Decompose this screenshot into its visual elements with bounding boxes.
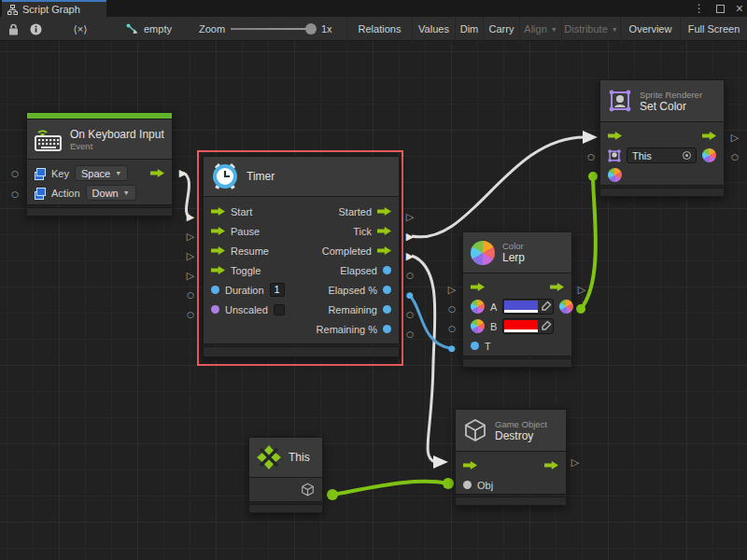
port-label-duration: Duration: [225, 285, 264, 296]
trigger-out-arrow: [150, 168, 164, 178]
port-lerp-b[interactable]: ○: [448, 325, 456, 333]
unscaled-checkbox[interactable]: [274, 304, 285, 315]
lock-button[interactable]: [4, 17, 22, 41]
trigger-in-arrow: [463, 460, 477, 470]
node-this[interactable]: This: [248, 437, 323, 513]
port-timer-remaining-pct[interactable]: ○: [406, 330, 414, 339]
values-button[interactable]: Values: [412, 17, 455, 41]
key-dropdown[interactable]: Space ▼: [75, 165, 128, 181]
window-menu-icon[interactable]: ⋮: [694, 2, 705, 15]
zoom-slider-handle[interactable]: [305, 23, 317, 35]
port-timer-resume[interactable]: ▷: [187, 251, 194, 261]
node-header: Sprite Renderer Set Color: [599, 79, 725, 122]
close-icon[interactable]: ×: [736, 1, 743, 16]
port-lerp-trigger-out[interactable]: ▷: [578, 285, 585, 295]
port-timer-pause[interactable]: ▷: [187, 231, 194, 242]
node-header: Game Object Destroy: [455, 409, 567, 452]
target-object-field[interactable]: This: [627, 147, 697, 163]
port-timer-completed[interactable]: ▶: [406, 251, 414, 261]
port-timer-unscaled[interactable]: ○: [187, 311, 194, 319]
node-body: [248, 478, 323, 502]
zoom-value: 1x: [321, 17, 332, 41]
wire-elapsedpct-to-t: [409, 295, 450, 348]
port-setcolor-trigger-out[interactable]: ▷: [731, 133, 739, 143]
value-in-dot: [211, 286, 219, 294]
duration-input[interactable]: 1: [270, 283, 285, 297]
trigger-out-arrow: [702, 131, 716, 141]
port-timer-elapsed-pct[interactable]: ●: [406, 291, 414, 300]
object-picker-icon[interactable]: [683, 151, 691, 160]
eyedropper-icon[interactable]: [540, 301, 552, 313]
chevron-down-icon: ▼: [123, 189, 130, 196]
node-header: This: [248, 437, 323, 478]
selection-label: empty: [144, 23, 172, 35]
port-setcolor-target[interactable]: ○: [587, 153, 595, 161]
value-in-dot: [211, 305, 219, 314]
port-keyboard-trigger-out[interactable]: ▶: [179, 168, 187, 178]
color-a-field[interactable]: [502, 299, 554, 315]
node-body: Obj: [455, 452, 567, 495]
trigger-out-arrow: [377, 206, 391, 217]
port-label-remaining: Remaining: [328, 304, 377, 315]
trigger-out-arrow: [544, 460, 558, 470]
chevron-down-icon: ▼: [551, 26, 557, 33]
port-timer-duration[interactable]: ○: [187, 291, 194, 300]
align-button[interactable]: Align ▼: [519, 17, 561, 41]
maximize-icon[interactable]: [716, 5, 725, 13]
node-set-color[interactable]: Sprite Renderer Set Color: [599, 79, 725, 197]
eyedropper-icon[interactable]: [540, 320, 552, 332]
port-timer-toggle[interactable]: ▷: [187, 271, 194, 281]
dim-button[interactable]: Dim: [455, 17, 483, 41]
relations-button[interactable]: Relations: [346, 17, 412, 41]
port-timer-elapsed[interactable]: ○: [406, 272, 414, 280]
port-label-elapsed-pct: Elapsed %: [328, 285, 377, 296]
port-lerp-t[interactable]: ●: [448, 344, 456, 353]
trigger-out-arrow: [377, 226, 391, 236]
info-button[interactable]: [24, 17, 47, 41]
node-body: This: [599, 122, 725, 186]
port-destroy-trigger-out[interactable]: ▷: [571, 457, 579, 468]
distribute-button[interactable]: Distribute ▼: [561, 17, 620, 41]
key-label: Key: [51, 168, 69, 179]
node-subtitle: Game Object: [495, 419, 547, 429]
tab-script-graph[interactable]: Script Graph: [2, 0, 106, 17]
node-destroy[interactable]: Game Object Destroy Obj: [455, 409, 567, 506]
code-preview-button[interactable]: ⟨×⟩: [51, 17, 109, 41]
wire-completed-to-destroy: [412, 256, 435, 462]
port-timer-remaining[interactable]: ○: [406, 311, 414, 319]
wire-tick-to-setcolor: [412, 137, 585, 237]
node-body: Key Space ▼ Action Down ▼: [26, 160, 173, 205]
port-timer-tick[interactable]: ▶: [406, 231, 414, 242]
port-timer-started[interactable]: ▷: [406, 212, 414, 222]
trigger-in-arrow: [211, 206, 225, 217]
node-footer: [455, 497, 567, 506]
port-keyboard-action[interactable]: ○: [11, 190, 19, 199]
fullscreen-button[interactable]: Full Screen: [680, 17, 747, 41]
color-wheel-icon: [702, 148, 716, 162]
node-on-keyboard-input[interactable]: On Keyboard Input Event Key Space ▼ Acti…: [26, 112, 173, 217]
port-keyboard-key[interactable]: ○: [11, 170, 19, 178]
pointer-icon: [126, 23, 139, 35]
node-footer: [203, 346, 400, 357]
chevron-down-icon: ▼: [115, 170, 121, 176]
arrowhead-destroy-trigger: [433, 455, 448, 469]
port-lerp-trigger-in[interactable]: ▷: [448, 285, 456, 295]
node-color-lerp[interactable]: Color Lerp A: [462, 231, 572, 368]
port-setcolor-value-out[interactable]: ○: [731, 153, 739, 161]
color-wheel-icon: [471, 300, 485, 314]
port-label-a: A: [490, 301, 497, 313]
zoom-slider-track[interactable]: [231, 28, 309, 30]
action-dropdown[interactable]: Down ▼: [86, 185, 136, 201]
port-lerp-a[interactable]: ○: [448, 305, 456, 314]
port-timer-start[interactable]: ▶: [187, 212, 194, 222]
chevron-down-icon: ▼: [612, 26, 618, 33]
trigger-in-arrow: [608, 131, 622, 141]
node-timer[interactable]: Timer Start Started Pause Tick: [203, 156, 400, 357]
carry-button[interactable]: Carry: [483, 17, 519, 41]
port-label-elapsed: Elapsed: [340, 265, 377, 276]
color-b-field[interactable]: [502, 318, 554, 334]
port-label-obj: Obj: [477, 480, 493, 491]
overview-button[interactable]: Overview: [620, 17, 680, 41]
port-label-tick: Tick: [353, 226, 372, 237]
graph-canvas[interactable]: On Keyboard Input Event Key Space ▼ Acti…: [0, 41, 747, 560]
